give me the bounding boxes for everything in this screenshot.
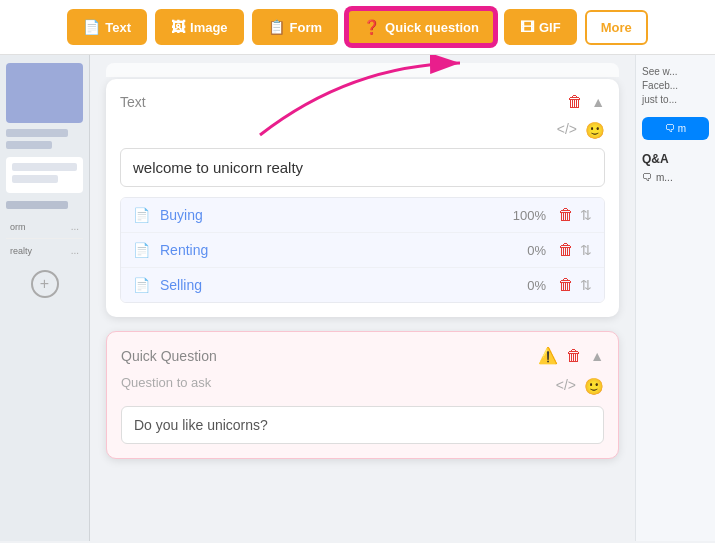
sidebar-white-box	[6, 157, 83, 193]
gif-button[interactable]: 🎞 GIF	[504, 9, 577, 45]
sidebar-item-realty[interactable]: realty ...	[6, 239, 83, 262]
image-icon: 🖼	[171, 19, 185, 35]
text-button-label: Text	[105, 20, 131, 35]
qq-emoji-icon[interactable]: 🙂	[584, 377, 604, 396]
sidebar-preview-box	[6, 63, 83, 123]
left-sidebar: orm ... realty ... +	[0, 55, 90, 541]
code-icon[interactable]: </>	[557, 121, 577, 140]
text-button[interactable]: 📄 Text	[67, 9, 147, 45]
partial-top-card	[106, 63, 619, 77]
qa-section-label: Q&A	[642, 152, 709, 166]
quick-question-icon: ❓	[363, 19, 380, 35]
emoji-icon[interactable]: 🙂	[585, 121, 605, 140]
right-sidebar: See w...Faceb...just to... 🗨 m Q&A 🗨 m..…	[635, 55, 715, 541]
text-card: Text 🗑 ▲ </> 🙂 welcome to unicorn realty…	[106, 79, 619, 317]
qq-subtitle: Question to ask	[121, 375, 211, 390]
drag-selling-handle[interactable]: ⇅	[580, 277, 592, 293]
qa-icon: 🗨	[642, 172, 652, 183]
text-card-header: Text 🗑 ▲	[120, 93, 605, 111]
form-button[interactable]: 📋 Form	[252, 9, 339, 45]
text-icon: 📄	[83, 19, 100, 35]
sidebar-input-line-1	[12, 163, 77, 171]
delete-text-card-button[interactable]: 🗑	[567, 93, 583, 111]
sidebar-line-2	[6, 141, 52, 149]
quick-question-button-label: Quick question	[385, 20, 479, 35]
options-list: 📄 Buying 100% 🗑 ⇅ 📄 Renting 0% 🗑 ⇅	[120, 197, 605, 303]
qq-card-title: Quick Question	[121, 348, 217, 364]
form-icon: 📋	[268, 19, 285, 35]
option-buying: 📄 Buying 100% 🗑 ⇅	[121, 198, 604, 233]
option-selling-label[interactable]: Selling	[160, 277, 527, 293]
qq-code-icon[interactable]: </>	[556, 377, 576, 396]
drag-buying-handle[interactable]: ⇅	[580, 207, 592, 223]
option-selling-percent: 0%	[527, 278, 546, 293]
sidebar-input-line-2	[12, 175, 58, 183]
messenger-button[interactable]: 🗨 m	[642, 117, 709, 140]
qq-toolbar: </> 🙂	[556, 377, 604, 396]
option-renting: 📄 Renting 0% 🗑 ⇅	[121, 233, 604, 268]
qq-card-actions: ⚠️ 🗑 ▲	[538, 346, 604, 365]
alert-qq-button[interactable]: ⚠️	[538, 346, 558, 365]
option-renting-actions: 🗑 ⇅	[558, 241, 592, 259]
sidebar-form-label: orm	[10, 222, 26, 232]
delete-selling-button[interactable]: 🗑	[558, 276, 574, 294]
option-selling: 📄 Selling 0% 🗑 ⇅	[121, 268, 604, 302]
main-layout: orm ... realty ... + Text	[0, 55, 715, 541]
image-button[interactable]: 🖼 Image	[155, 9, 244, 45]
drag-renting-handle[interactable]: ⇅	[580, 242, 592, 258]
center-content: Text 🗑 ▲ </> 🙂 welcome to unicorn realty…	[90, 55, 635, 541]
collapse-qq-button[interactable]: ▲	[590, 348, 604, 364]
image-button-label: Image	[190, 20, 228, 35]
more-button-label: More	[601, 20, 632, 35]
delete-buying-button[interactable]: 🗑	[558, 206, 574, 224]
quick-question-card: Quick Question ⚠️ 🗑 ▲ Question to ask </…	[106, 331, 619, 459]
add-block-button[interactable]: +	[31, 270, 59, 298]
gif-button-label: GIF	[539, 20, 561, 35]
sidebar-item-form[interactable]: orm ...	[6, 215, 83, 239]
text-card-title: Text	[120, 94, 146, 110]
option-renting-percent: 0%	[527, 243, 546, 258]
qq-input[interactable]: Do you like unicorns?	[121, 406, 604, 444]
right-sidebar-description: See w...Faceb...just to...	[642, 65, 709, 107]
option-buying-label[interactable]: Buying	[160, 207, 513, 223]
qq-card-header: Quick Question ⚠️ 🗑 ▲	[121, 346, 604, 365]
text-card-actions: 🗑 ▲	[567, 93, 605, 111]
option-selling-icon: 📄	[133, 277, 150, 293]
sidebar-form-dots: ...	[71, 221, 79, 232]
collapse-text-card-button[interactable]: ▲	[591, 94, 605, 110]
more-button[interactable]: More	[585, 10, 648, 45]
gif-icon: 🎞	[520, 19, 534, 35]
option-selling-actions: 🗑 ⇅	[558, 276, 592, 294]
delete-renting-button[interactable]: 🗑	[558, 241, 574, 259]
toolbar: 📄 Text 🖼 Image 📋 Form ❓ Quick question 🎞…	[0, 0, 715, 55]
sidebar-realty-label: realty	[10, 246, 32, 256]
sidebar-line-1	[6, 129, 68, 137]
sidebar-line-3	[6, 201, 68, 209]
text-input[interactable]: welcome to unicorn realty	[120, 148, 605, 187]
delete-qq-button[interactable]: 🗑	[566, 347, 582, 365]
option-buying-actions: 🗑 ⇅	[558, 206, 592, 224]
text-card-toolbar: </> 🙂	[120, 121, 605, 140]
qa-item: 🗨 m...	[642, 172, 709, 183]
qa-text: m...	[656, 172, 673, 183]
qq-subtitle-row: Question to ask </> 🙂	[121, 375, 604, 398]
quick-question-button[interactable]: ❓ Quick question	[346, 8, 496, 46]
option-buying-icon: 📄	[133, 207, 150, 223]
sidebar-realty-dots: ...	[71, 245, 79, 256]
option-buying-percent: 100%	[513, 208, 546, 223]
form-button-label: Form	[290, 20, 323, 35]
option-renting-label[interactable]: Renting	[160, 242, 527, 258]
option-renting-icon: 📄	[133, 242, 150, 258]
